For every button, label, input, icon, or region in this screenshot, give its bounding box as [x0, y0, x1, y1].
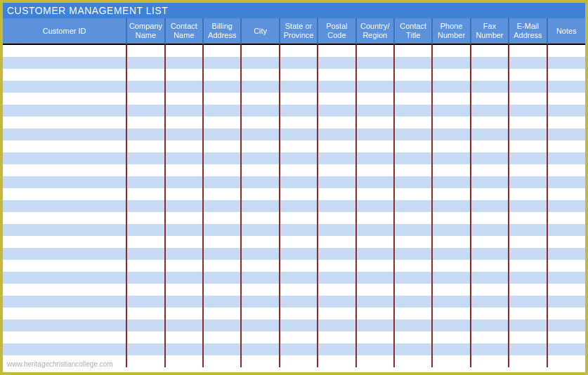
- table-cell[interactable]: [203, 93, 241, 105]
- table-cell[interactable]: [394, 284, 432, 296]
- table-cell[interactable]: [126, 105, 164, 117]
- table-cell[interactable]: [394, 140, 432, 152]
- table-cell[interactable]: [241, 260, 279, 272]
- table-cell[interactable]: [241, 57, 279, 69]
- table-cell[interactable]: [432, 355, 470, 367]
- table-cell[interactable]: [547, 105, 585, 117]
- table-cell[interactable]: [126, 152, 164, 164]
- table-cell[interactable]: [126, 188, 164, 200]
- table-cell[interactable]: [203, 176, 241, 188]
- table-cell[interactable]: [318, 164, 355, 176]
- table-cell[interactable]: [471, 284, 509, 296]
- table-cell[interactable]: [356, 260, 394, 272]
- table-cell[interactable]: [165, 93, 203, 105]
- table-cell[interactable]: [126, 129, 164, 140]
- table-cell[interactable]: [165, 355, 203, 367]
- table-cell[interactable]: [318, 248, 355, 260]
- table-cell[interactable]: [241, 105, 279, 117]
- table-cell[interactable]: [280, 45, 318, 57]
- table-cell[interactable]: [318, 93, 355, 105]
- table-cell[interactable]: [471, 212, 509, 224]
- table-cell[interactable]: [509, 212, 547, 224]
- table-cell[interactable]: [126, 224, 164, 236]
- table-cell[interactable]: [165, 188, 203, 200]
- table-cell[interactable]: [471, 355, 509, 367]
- table-cell[interactable]: [356, 176, 394, 188]
- table-cell[interactable]: [318, 272, 355, 284]
- table-cell[interactable]: [3, 93, 126, 105]
- table-cell[interactable]: [241, 224, 279, 236]
- table-cell[interactable]: [432, 69, 470, 81]
- table-cell[interactable]: [3, 212, 126, 224]
- table-cell[interactable]: [203, 355, 241, 367]
- table-cell[interactable]: [547, 212, 585, 224]
- table-cell[interactable]: [547, 93, 585, 105]
- table-cell[interactable]: [280, 248, 318, 260]
- table-cell[interactable]: [318, 117, 355, 129]
- table-cell[interactable]: [280, 57, 318, 69]
- table-cell[interactable]: [356, 140, 394, 152]
- table-cell[interactable]: [280, 117, 318, 129]
- table-cell[interactable]: [280, 69, 318, 81]
- table-cell[interactable]: [509, 260, 547, 272]
- table-cell[interactable]: [394, 93, 432, 105]
- table-cell[interactable]: [471, 248, 509, 260]
- table-cell[interactable]: [241, 343, 279, 355]
- table-cell[interactable]: [356, 45, 394, 57]
- table-cell[interactable]: [318, 152, 355, 164]
- table-cell[interactable]: [509, 331, 547, 343]
- table-cell[interactable]: [509, 248, 547, 260]
- table-cell[interactable]: [509, 45, 547, 57]
- table-cell[interactable]: [126, 343, 164, 355]
- table-cell[interactable]: [318, 343, 355, 355]
- table-cell[interactable]: [471, 224, 509, 236]
- table-cell[interactable]: [432, 57, 470, 69]
- table-cell[interactable]: [432, 188, 470, 200]
- table-cell[interactable]: [280, 129, 318, 140]
- table-cell[interactable]: [547, 272, 585, 284]
- table-cell[interactable]: [471, 93, 509, 105]
- table-cell[interactable]: [547, 248, 585, 260]
- table-cell[interactable]: [165, 176, 203, 188]
- table-cell[interactable]: [203, 224, 241, 236]
- table-cell[interactable]: [3, 57, 126, 69]
- table-cell[interactable]: [394, 176, 432, 188]
- table-cell[interactable]: [356, 224, 394, 236]
- table-cell[interactable]: [547, 296, 585, 308]
- table-cell[interactable]: [203, 45, 241, 57]
- table-cell[interactable]: [547, 69, 585, 81]
- table-cell[interactable]: [3, 152, 126, 164]
- table-cell[interactable]: [126, 236, 164, 248]
- table-cell[interactable]: [547, 320, 585, 331]
- table-cell[interactable]: [203, 129, 241, 140]
- table-cell[interactable]: [509, 200, 547, 212]
- table-cell[interactable]: [165, 212, 203, 224]
- table-cell[interactable]: [126, 331, 164, 343]
- table-cell[interactable]: [241, 272, 279, 284]
- table-cell[interactable]: [509, 93, 547, 105]
- table-cell[interactable]: [432, 308, 470, 320]
- table-cell[interactable]: [356, 248, 394, 260]
- table-cell[interactable]: [203, 164, 241, 176]
- table-cell[interactable]: [126, 355, 164, 367]
- table-cell[interactable]: [471, 200, 509, 212]
- table-cell[interactable]: [165, 69, 203, 81]
- table-cell[interactable]: [203, 81, 241, 93]
- table-cell[interactable]: [356, 188, 394, 200]
- table-cell[interactable]: [318, 224, 355, 236]
- table-cell[interactable]: [3, 272, 126, 284]
- table-cell[interactable]: [432, 284, 470, 296]
- table-cell[interactable]: [394, 164, 432, 176]
- table-cell[interactable]: [547, 260, 585, 272]
- table-cell[interactable]: [3, 320, 126, 331]
- table-cell[interactable]: [394, 320, 432, 331]
- table-cell[interactable]: [471, 69, 509, 81]
- table-cell[interactable]: [241, 93, 279, 105]
- table-cell[interactable]: [203, 236, 241, 248]
- table-cell[interactable]: [356, 236, 394, 248]
- table-cell[interactable]: [165, 331, 203, 343]
- table-cell[interactable]: [394, 355, 432, 367]
- table-cell[interactable]: [394, 308, 432, 320]
- table-cell[interactable]: [547, 152, 585, 164]
- table-cell[interactable]: [280, 355, 318, 367]
